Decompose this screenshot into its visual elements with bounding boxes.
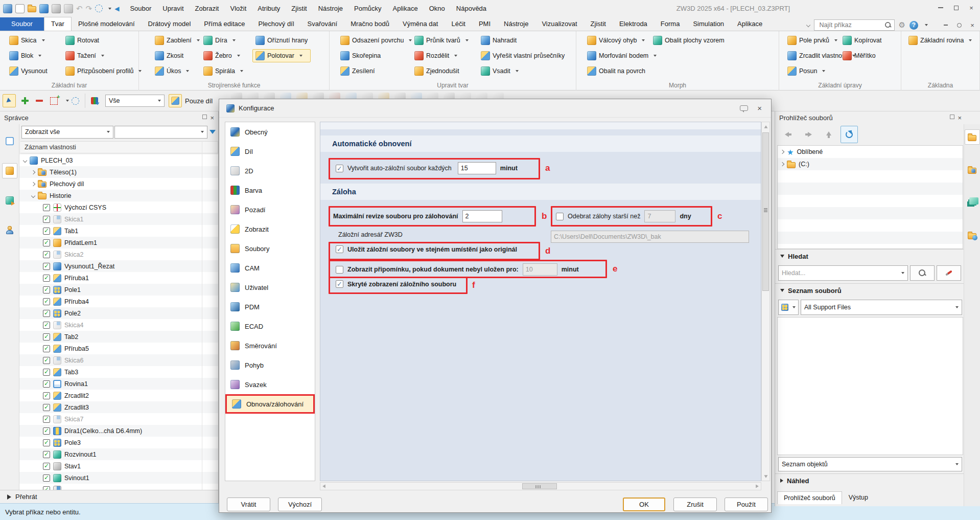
remove-old-backups-checkbox[interactable]: [556, 213, 564, 220]
tree-checkbox[interactable]: ✓: [43, 451, 50, 458]
dropdown-caret-icon[interactable]: [969, 39, 972, 41]
menu-napoveda[interactable]: Nápověda: [451, 0, 492, 17]
file-browser-float-icon[interactable]: [950, 115, 954, 119]
regen-icon[interactable]: [95, 5, 103, 12]
tree-row-priruba5[interactable]: ✓Příruba5: [19, 343, 218, 354]
tree-checkbox[interactable]: ✓: [43, 298, 50, 305]
ribbon-tab-simulation[interactable]: Simulation: [686, 17, 731, 31]
ribbon-tab-plechovy-dil[interactable]: Plechový díl: [252, 17, 301, 31]
search-folder-button[interactable]: [965, 228, 980, 243]
max-revisions-input[interactable]: [462, 210, 502, 222]
settings-gear-icon[interactable]: ⚙: [899, 20, 905, 30]
category-soubory[interactable]: Soubory: [225, 239, 315, 258]
file-search-combo[interactable]: Hledat...: [778, 265, 908, 281]
ribbon-tab-prima-editace[interactable]: Přímá editace: [197, 17, 251, 31]
color-filter-button[interactable]: [88, 94, 101, 107]
dropdown-caret-icon[interactable]: [240, 70, 243, 72]
menu-nastroje[interactable]: Nástroje: [313, 0, 348, 17]
ribbon-item-kopirovat[interactable]: Kopírovat: [839, 34, 885, 47]
tree-checkbox[interactable]: ✓: [43, 404, 50, 411]
ribbon-item-meritko[interactable]: Měřítko: [839, 49, 885, 62]
tree-row-zrcadlit3[interactable]: ✓Zrcadlit3: [19, 401, 218, 413]
ribbon-item-zakladni-rovina[interactable]: Základní rovina: [905, 34, 975, 47]
tree-row-priruba1[interactable]: ✓Příruba1: [19, 272, 218, 284]
backup-dir-input[interactable]: [551, 231, 749, 243]
tree-row-item[interactable]: ✓: [19, 484, 218, 490]
remind-unsaved-checkbox[interactable]: [336, 266, 343, 274]
tree-row-priruba4[interactable]: ✓Příruba4: [19, 296, 218, 307]
tree-row-skica1[interactable]: ✓Skica1: [19, 213, 218, 225]
batch-print-icon[interactable]: [64, 4, 73, 13]
file-type-filter-combo[interactable]: All Support Files: [801, 300, 962, 315]
expand-node-icon[interactable]: [31, 182, 35, 186]
dialog-close-icon[interactable]: ×: [757, 104, 762, 112]
category-uzivatel[interactable]: Uživatel: [225, 278, 315, 297]
new-file-icon[interactable]: [15, 4, 25, 13]
menu-okno[interactable]: Okno: [424, 0, 451, 17]
part-only-toggle-button[interactable]: [169, 94, 182, 107]
ribbon-item-ukos[interactable]: Úkos: [152, 64, 203, 78]
tree-row-rovina1[interactable]: ✓Rovina1: [19, 378, 218, 390]
ribbon-item-spirala[interactable]: Spirála: [200, 64, 246, 78]
hidden-backup-checkbox[interactable]: ✓: [336, 280, 343, 288]
redo-icon[interactable]: ↷: [86, 4, 92, 13]
tree-row-tab1[interactable]: ✓Tab1: [19, 225, 218, 237]
dropdown-caret-icon[interactable]: [186, 70, 189, 72]
ribbon-item-vsadit[interactable]: Vsadit: [478, 64, 568, 78]
tree-checkbox[interactable]: ✓: [43, 474, 50, 482]
auto-backup-checkbox[interactable]: ✓: [336, 165, 343, 172]
tree-row-pole3[interactable]: ✓Pole3: [19, 437, 218, 448]
dropdown-caret-icon[interactable]: [454, 55, 457, 57]
category-barva[interactable]: Barva: [225, 180, 315, 200]
ribbon-item-vysunout[interactable]: Vysunout: [6, 64, 51, 78]
ribbon-item-rozdelit[interactable]: Rozdělit: [411, 49, 472, 62]
print-icon[interactable]: [52, 4, 61, 13]
tree-checkbox[interactable]: ✓: [43, 286, 50, 293]
minimize-window-button[interactable]: [934, 3, 947, 12]
ribbon-tab-lecit[interactable]: Léčit: [445, 17, 472, 31]
show-filter-combo[interactable]: Zobrazit vše: [21, 126, 113, 139]
tree-checkbox[interactable]: ✓: [43, 486, 50, 490]
tree-checkbox[interactable]: ✓: [43, 463, 50, 470]
category-svazek[interactable]: Svazek: [225, 375, 315, 394]
ribbon-item-zesileni[interactable]: Zesílení: [337, 64, 415, 78]
pick-filter-button[interactable]: [3, 94, 16, 107]
dropdown-caret-icon[interactable]: [822, 70, 825, 72]
ribbon-tab-forma[interactable]: Forma: [654, 17, 687, 31]
window-selection-button[interactable]: [47, 94, 60, 107]
pin-document-button[interactable]: [954, 20, 964, 30]
tree-checkbox[interactable]: ✓: [43, 369, 50, 376]
remove-selection-button[interactable]: [33, 94, 46, 107]
folder-view-button[interactable]: [965, 129, 980, 145]
ribbon-item-morfovani-bodem[interactable]: Morfování bodem: [584, 49, 660, 62]
visual-manager-button[interactable]: [2, 163, 17, 178]
tree-row-plechovy-dil[interactable]: Plechový díl: [19, 178, 218, 190]
menu-zjistit[interactable]: Zjistit: [286, 0, 312, 17]
dropdown-caret-icon[interactable]: [101, 55, 104, 57]
ribbon-item-rotovat[interactable]: Rotovat: [62, 34, 145, 47]
ribbon-tab-svarovani[interactable]: Svařování: [301, 17, 344, 31]
category-pdm[interactable]: PDM: [225, 297, 315, 316]
dropdown-caret-icon[interactable]: [197, 39, 200, 41]
entity-filter-combo[interactable]: Vše: [105, 95, 165, 107]
view-mode-button[interactable]: [778, 300, 799, 315]
remind-unsaved-minutes-input[interactable]: [523, 263, 557, 276]
ribbon-tab-dratovy-model[interactable]: Drátový model: [142, 17, 198, 31]
expand-node-icon[interactable]: [780, 162, 784, 166]
tree-row-skica4[interactable]: ✓Skica4: [19, 319, 218, 331]
menu-atributy[interactable]: Atributy: [252, 0, 286, 17]
filelist-section-header[interactable]: Seznam souborů: [775, 283, 964, 297]
preview-section-header[interactable]: Náhled: [775, 473, 964, 487]
menu-zobrazit[interactable]: Zobrazit: [190, 0, 225, 17]
ribbon-item-skorepina[interactable]: Skořepina: [337, 49, 415, 62]
ribbon-item-dira[interactable]: Díra: [200, 34, 246, 47]
dropdown-caret-icon[interactable]: [642, 39, 645, 41]
tree-row-skica2[interactable]: ✓Skica2: [19, 248, 218, 260]
dropdown-caret-icon[interactable]: [516, 70, 519, 72]
help-icon[interactable]: ?: [909, 21, 918, 30]
ribbon-item-nahradit[interactable]: Nahradit: [478, 34, 568, 47]
dropdown-caret-icon[interactable]: [237, 55, 240, 57]
file-list-area[interactable]: [777, 317, 963, 455]
manager-close-icon[interactable]: ×: [210, 115, 214, 121]
auto-backup-minutes-input[interactable]: [458, 162, 496, 174]
